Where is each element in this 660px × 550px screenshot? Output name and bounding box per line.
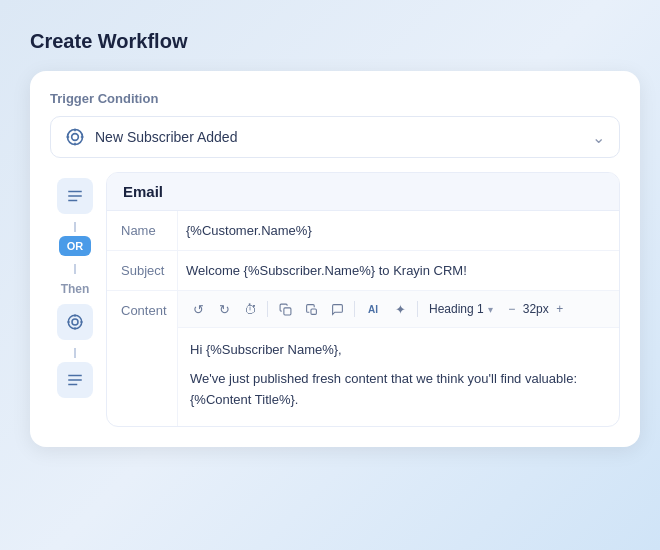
then-label: Then — [61, 282, 90, 296]
copy-button-2[interactable] — [299, 297, 323, 321]
editor-line-2: We've just published fresh content that … — [190, 369, 607, 411]
trigger-section-label: Trigger Condition — [50, 91, 620, 106]
size-increase-button[interactable]: + — [551, 300, 569, 318]
subject-label: Subject — [107, 251, 177, 290]
svg-rect-18 — [283, 307, 290, 314]
page-container: Create Workflow Trigger Condition New Su… — [0, 0, 660, 550]
connector-3 — [74, 348, 76, 358]
heading-select-label: Heading 1 — [429, 302, 484, 316]
name-field-row: Name {%Customer.Name%} — [107, 211, 619, 251]
copy-button-1[interactable] — [273, 297, 297, 321]
flow-node-2[interactable] — [57, 304, 93, 340]
page-title: Create Workflow — [30, 30, 640, 53]
flow-node-3[interactable] — [57, 362, 93, 398]
editor-toolbar: ↺ ↻ ⏱ — [178, 291, 619, 328]
or-badge[interactable]: OR — [59, 236, 92, 256]
heading-select[interactable]: Heading 1 ▾ — [423, 300, 499, 318]
email-panel-header: Email — [107, 173, 619, 211]
sidebar-flow: OR Then — [50, 172, 100, 427]
flow-area: OR Then — [50, 172, 620, 427]
rich-editor[interactable]: ↺ ↻ ⏱ — [177, 291, 619, 426]
magic-button[interactable]: ✦ — [388, 297, 412, 321]
heading-chevron-icon: ▾ — [488, 304, 493, 315]
content-field-row: Content ↺ ↻ ⏱ — [107, 291, 619, 426]
toolbar-divider-3 — [417, 301, 418, 317]
toolbar-divider-1 — [267, 301, 268, 317]
svg-point-1 — [72, 134, 79, 141]
connector-1 — [74, 222, 76, 232]
redo-button[interactable]: ↻ — [212, 297, 236, 321]
email-fields: Name {%Customer.Name%} Subject Welcome {… — [107, 211, 619, 426]
subject-value[interactable]: Welcome {%Subscriber.Name%} to Krayin CR… — [177, 251, 619, 290]
trigger-dropdown[interactable]: New Subscriber Added ⌄ — [50, 116, 620, 158]
history-button[interactable]: ⏱ — [238, 297, 262, 321]
size-value: 32px — [523, 302, 549, 316]
ai-button[interactable]: AI — [360, 297, 386, 321]
chevron-down-icon: ⌄ — [592, 128, 605, 147]
undo-button[interactable]: ↺ — [186, 297, 210, 321]
flow-email-node[interactable] — [57, 178, 93, 214]
copy-button-3[interactable] — [325, 297, 349, 321]
editor-content[interactable]: Hi {%Subscriber Name%}, We've just publi… — [178, 328, 619, 426]
svg-point-0 — [68, 130, 83, 145]
email-panel: Email Name {%Customer.Name%} Subject Wel… — [106, 172, 620, 427]
main-card: Trigger Condition New Subscriber Added ⌄ — [30, 71, 640, 447]
target-icon — [65, 127, 85, 147]
toolbar-divider-2 — [354, 301, 355, 317]
editor-line-1: Hi {%Subscriber Name%}, — [190, 340, 607, 361]
connector-2 — [74, 264, 76, 274]
toolbar-size-controls: − 32px + — [503, 300, 569, 318]
name-value[interactable]: {%Customer.Name%} — [177, 211, 619, 250]
subject-field-row: Subject Welcome {%Subscriber.Name%} to K… — [107, 251, 619, 291]
svg-point-9 — [68, 315, 82, 329]
content-label: Content — [107, 291, 177, 330]
name-label: Name — [107, 211, 177, 250]
svg-point-10 — [72, 319, 78, 325]
trigger-selected-value: New Subscriber Added — [95, 129, 592, 145]
svg-rect-19 — [310, 308, 315, 313]
size-decrease-button[interactable]: − — [503, 300, 521, 318]
